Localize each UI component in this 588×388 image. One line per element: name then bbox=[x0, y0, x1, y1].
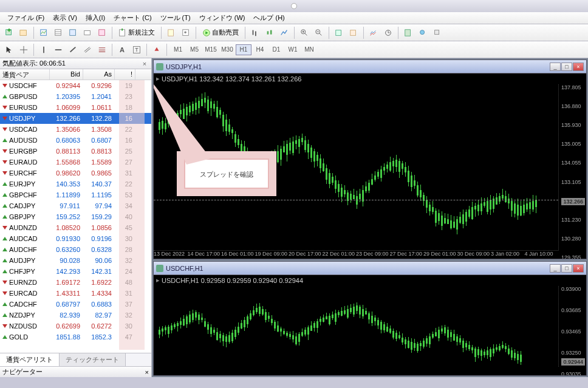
timeframe-w1[interactable]: W1 bbox=[285, 44, 301, 55]
chart-usdjpy[interactable]: USDJPY,H1 _ □ × ▸USDJPY,H1 132.342 132.3… bbox=[153, 60, 587, 259]
symbol-row-audjpy[interactable]: AUDJPY90.02890.0632 bbox=[0, 255, 151, 266]
menu-view[interactable]: 表示 (V) bbox=[49, 12, 81, 24]
hline-icon[interactable] bbox=[52, 43, 65, 56]
drawings-dropdown-icon[interactable] bbox=[416, 26, 429, 39]
periods-icon[interactable] bbox=[381, 26, 395, 39]
symbol-row-usdcad[interactable]: USDCAD1.350661.350822 bbox=[0, 124, 151, 135]
templates-icon[interactable] bbox=[402, 26, 415, 39]
menu-window[interactable]: ウィンドウ (W) bbox=[196, 12, 249, 24]
timeframe-m5[interactable]: M5 bbox=[186, 44, 202, 55]
menu-help[interactable]: ヘルプ (H) bbox=[250, 12, 288, 24]
timeframe-m15[interactable]: M15 bbox=[203, 44, 219, 55]
symbol-row-nzdusd[interactable]: NZDUSD0.626990.627230 bbox=[0, 321, 151, 332]
text-icon[interactable]: A bbox=[115, 43, 129, 56]
bar-chart-icon[interactable] bbox=[248, 26, 262, 39]
symbol-row-audnzd[interactable]: AUDNZD1.085201.085645 bbox=[0, 222, 151, 233]
marketwatch-close-icon[interactable]: × bbox=[140, 60, 149, 68]
spread-value: 47 bbox=[115, 333, 135, 341]
symbol-row-gbpusd[interactable]: GBPUSD1.203951.204123 bbox=[0, 91, 151, 102]
chart-usdchf[interactable]: USDCHF,H1 _ □ × ▸USDCHF,H1 0.92958 0.929… bbox=[153, 261, 587, 376]
symbol-row-eurusd[interactable]: EURUSD1.060991.061118 bbox=[0, 102, 151, 113]
chartshift-icon[interactable] bbox=[347, 26, 360, 39]
symbol-row-gold[interactable]: GOLD1851.881852.347 bbox=[0, 332, 151, 342]
symbol-row-gbpjpy[interactable]: GBPJPY159.252159.2940 bbox=[0, 211, 151, 222]
menu-file[interactable]: ファイル (F) bbox=[4, 12, 48, 24]
symbol-row-chfjpy[interactable]: CHFJPY142.293142.3124 bbox=[0, 266, 151, 277]
zoom-out-icon[interactable] bbox=[312, 26, 326, 39]
arrow-up-icon bbox=[2, 204, 7, 208]
symbol-row-eurnzd[interactable]: EURNZD1.691721.692248 bbox=[0, 277, 151, 288]
symbol-row-eurgbp[interactable]: EURGBP0.881130.881325 bbox=[0, 146, 151, 157]
spread-value: 23 bbox=[115, 92, 135, 101]
menu-insert[interactable]: 挿入(I) bbox=[82, 12, 109, 24]
fibo-icon[interactable] bbox=[95, 43, 109, 56]
symbol-row-gbpchf[interactable]: GBPCHF1.118991.119553 bbox=[0, 189, 151, 200]
textlabel-icon[interactable]: T bbox=[130, 43, 143, 56]
options-icon[interactable] bbox=[179, 26, 193, 39]
new-order-button[interactable]: 新規注文 bbox=[115, 26, 158, 39]
svg-rect-12 bbox=[121, 29, 123, 31]
more-dropdown-icon[interactable] bbox=[431, 26, 444, 39]
crosshair-icon[interactable] bbox=[17, 43, 30, 56]
symbol-name: NZDJPY bbox=[9, 311, 35, 319]
vline-icon[interactable] bbox=[37, 43, 50, 56]
marketwatch-icon[interactable] bbox=[37, 26, 50, 39]
cursor-icon[interactable] bbox=[2, 43, 16, 56]
marketwatch-table[interactable]: USDCHF0.929440.929619GBPUSD1.203951.2041… bbox=[0, 80, 151, 353]
candle-chart-icon[interactable] bbox=[263, 26, 276, 39]
menu-chart[interactable]: チャート (C) bbox=[110, 12, 155, 24]
arrow-icon[interactable] bbox=[150, 43, 163, 56]
col-ask[interactable]: As bbox=[83, 69, 115, 80]
marketwatch-columns: 通貨ペア Bid As ! bbox=[0, 69, 151, 80]
indicators-icon[interactable] bbox=[367, 26, 380, 39]
symbol-row-usdchf[interactable]: USDCHF0.929440.929619 bbox=[0, 80, 151, 91]
symbol-row-euraud[interactable]: EURAUD1.558681.558927 bbox=[0, 157, 151, 168]
spread-value: 45 bbox=[115, 223, 135, 232]
symbol-name: GBPUSD bbox=[9, 93, 37, 100]
symbol-row-audchf[interactable]: AUDCHF0.632600.632828 bbox=[0, 244, 151, 255]
chart1-close-icon[interactable]: × bbox=[573, 63, 584, 71]
chart1-maximize-icon[interactable]: □ bbox=[561, 63, 572, 71]
symbol-row-audcad[interactable]: AUDCAD0.919300.919630 bbox=[0, 233, 151, 244]
navigator-close-icon[interactable]: × bbox=[145, 369, 149, 376]
autoscroll-icon[interactable] bbox=[332, 26, 346, 39]
col-symbol[interactable]: 通貨ペア bbox=[0, 69, 50, 80]
ask-value: 1.2041 bbox=[83, 92, 115, 101]
timeframe-h1[interactable]: H1 bbox=[236, 44, 251, 55]
timeframe-mn[interactable]: MN bbox=[301, 44, 317, 55]
chart2-close-icon[interactable]: × bbox=[573, 264, 584, 273]
timeframe-m1[interactable]: M1 bbox=[170, 44, 186, 55]
bid-value: 97.911 bbox=[50, 202, 83, 210]
line-chart-icon[interactable] bbox=[278, 26, 291, 39]
chart1-minimize-icon[interactable]: _ bbox=[550, 63, 561, 71]
new-chart-icon[interactable] bbox=[2, 26, 16, 39]
timeframe-d1[interactable]: D1 bbox=[268, 44, 284, 55]
symbol-row-cadjpy[interactable]: CADJPY97.91197.9434 bbox=[0, 200, 151, 211]
symbol-row-eurcad[interactable]: EURCAD1.433111.433431 bbox=[0, 288, 151, 299]
tab-symbol-list[interactable]: 通貨ペアリスト bbox=[0, 353, 60, 366]
navigator-icon[interactable] bbox=[66, 26, 80, 39]
zoom-in-icon[interactable] bbox=[298, 26, 311, 39]
timeframe-h4[interactable]: H4 bbox=[252, 44, 268, 55]
chart2-maximize-icon[interactable]: □ bbox=[561, 264, 572, 273]
autotrade-button[interactable]: 自動売買 bbox=[199, 26, 242, 39]
chart2-minimize-icon[interactable]: _ bbox=[550, 264, 561, 273]
terminal-icon[interactable] bbox=[81, 26, 94, 39]
col-bid[interactable]: Bid bbox=[50, 69, 83, 80]
symbol-row-usdjpy[interactable]: USDJPY132.266132.2816 bbox=[0, 113, 151, 124]
channel-icon[interactable] bbox=[81, 43, 94, 56]
trendline-icon[interactable] bbox=[66, 43, 80, 56]
dataview-icon[interactable] bbox=[52, 26, 65, 39]
profiles-icon[interactable] bbox=[17, 26, 30, 39]
tab-tick-chart[interactable]: ティックチャート bbox=[60, 353, 126, 366]
strategy-tester-icon[interactable] bbox=[95, 26, 109, 39]
timeframe-m30[interactable]: M30 bbox=[219, 44, 235, 55]
symbol-row-cadchf[interactable]: CADCHF0.687970.688337 bbox=[0, 299, 151, 310]
menu-tool[interactable]: ツール (T) bbox=[157, 12, 194, 24]
metaeditor-icon[interactable] bbox=[165, 26, 178, 39]
symbol-row-eurjpy[interactable]: EURJPY140.353140.3722 bbox=[0, 179, 151, 189]
symbol-row-eurchf[interactable]: EURCHF0.986200.986531 bbox=[0, 168, 151, 179]
col-spread[interactable]: ! bbox=[115, 69, 135, 80]
symbol-row-audusd[interactable]: AUDUSD0.680630.680716 bbox=[0, 135, 151, 146]
symbol-row-nzdjpy[interactable]: NZDJPY82.93982.9732 bbox=[0, 310, 151, 321]
